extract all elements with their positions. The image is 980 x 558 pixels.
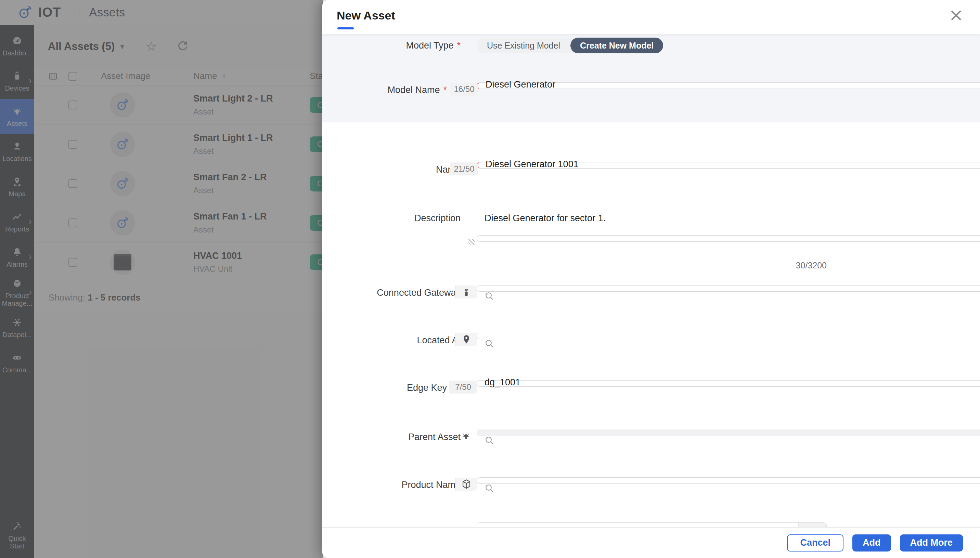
char-counter: 21/50 <box>450 162 478 176</box>
model-name-input[interactable] <box>478 79 980 90</box>
description-textarea[interactable]: Diesel Generator for sector 1. <box>477 207 980 240</box>
modal-header: New Asset × <box>322 0 980 34</box>
product-picker-button[interactable] <box>455 478 477 491</box>
located-at-input-wrap <box>477 333 980 346</box>
connected-gateway-input-wrap <box>477 285 980 299</box>
char-counter: 7/50 <box>449 381 477 394</box>
new-asset-modal: New Asset × Model Type* Use Existing Mod… <box>322 0 980 558</box>
required-asterisk: * <box>443 85 447 95</box>
cancel-button[interactable]: Cancel <box>787 534 844 551</box>
parent-asset-label: Parent Asset <box>322 432 460 442</box>
search-icon <box>484 435 495 446</box>
title-accent-bar <box>337 27 354 30</box>
modal-body: Model Type* Use Existing Model Create Ne… <box>322 34 980 527</box>
parent-asset-input <box>477 427 980 437</box>
char-counter: 30/3200 <box>477 261 827 271</box>
product-name-input-wrap <box>477 477 980 491</box>
name-input-wrap: 21/50 <box>477 162 980 176</box>
edge-key-input-wrap: 7/50 <box>477 380 980 394</box>
modal-scrim[interactable] <box>0 0 323 558</box>
gateway-icon <box>460 286 472 298</box>
product-name-input[interactable] <box>477 474 980 485</box>
product-name-row: Product Name <box>322 34 980 51</box>
location-picker-button[interactable] <box>455 333 477 346</box>
connected-gateway-input[interactable] <box>477 282 980 293</box>
search-icon <box>484 483 495 494</box>
parent-asset-input-wrap <box>477 430 980 443</box>
edge-key-label: Edge Key i <box>322 382 460 393</box>
gateway-picker-button[interactable] <box>455 286 477 299</box>
connected-gateway-label: Connected Gateway <box>322 287 460 298</box>
asset-bulb-icon <box>460 430 472 442</box>
resize-grip-icon[interactable] <box>469 239 475 245</box>
close-icon[interactable]: × <box>947 4 966 25</box>
char-counter-sliver <box>798 523 826 527</box>
asset-picker-button <box>455 430 477 443</box>
search-icon <box>484 338 495 349</box>
search-icon <box>484 290 495 302</box>
edge-key-input[interactable] <box>477 377 980 388</box>
name-input[interactable] <box>478 159 980 170</box>
modal-title: New Asset <box>337 9 395 22</box>
description-label: Description <box>322 213 460 223</box>
located-at-label: Located At <box>322 335 460 346</box>
partial-next-field <box>477 522 827 527</box>
location-pin-icon <box>460 334 472 345</box>
description-textarea-wrap: Diesel Generator for sector 1. <box>477 235 980 248</box>
add-more-button[interactable]: Add More <box>900 534 963 551</box>
located-at-input[interactable] <box>477 330 980 340</box>
package-box-icon <box>460 478 472 490</box>
modal-footer: Cancel Add Add More <box>322 527 980 558</box>
name-label: Name <box>322 164 460 175</box>
char-counter: 16/50 <box>450 83 478 96</box>
model-name-label: Model Name* i <box>322 85 460 95</box>
product-name-label: Product Name <box>322 480 460 490</box>
add-button[interactable]: Add <box>852 534 891 551</box>
